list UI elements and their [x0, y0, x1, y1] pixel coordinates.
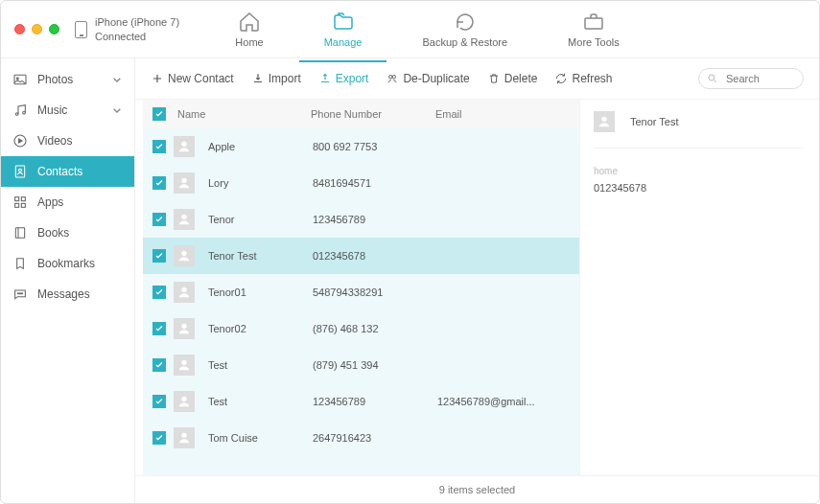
svg-point-19 — [181, 142, 186, 147]
photos-icon — [12, 72, 28, 87]
cell-name: Tom Cuise — [202, 432, 313, 444]
table-row[interactable]: Tenor01548794338291 — [143, 274, 579, 310]
table-row[interactable]: Test(879) 451 394 — [143, 347, 579, 383]
sidebar-item-music[interactable]: Music — [1, 95, 134, 126]
contacts-icon — [12, 164, 28, 179]
delete-button[interactable]: Delete — [487, 72, 538, 85]
svg-rect-11 — [21, 203, 25, 207]
svg-point-23 — [181, 287, 186, 292]
col-name[interactable]: Name — [172, 108, 311, 120]
avatar — [174, 391, 195, 412]
plus-icon — [151, 72, 164, 85]
row-checkbox[interactable] — [152, 249, 166, 263]
svg-rect-8 — [15, 197, 19, 201]
svg-point-13 — [17, 293, 18, 294]
svg-point-17 — [392, 76, 396, 80]
sidebar-item-videos[interactable]: Videos — [1, 126, 134, 156]
table-row[interactable]: Test123456789123456789@gmail... — [143, 383, 579, 420]
cell-phone: 123456789 — [313, 396, 437, 407]
svg-point-14 — [19, 293, 20, 294]
avatar — [594, 111, 615, 132]
row-checkbox[interactable] — [152, 213, 166, 226]
tab-home[interactable]: Home — [231, 5, 267, 54]
svg-point-22 — [181, 251, 186, 256]
trash-icon — [487, 72, 501, 85]
svg-point-20 — [181, 178, 186, 183]
select-all-checkbox[interactable] — [152, 107, 172, 121]
search-wrap — [698, 68, 804, 89]
cell-name: Tenor Test — [202, 250, 313, 262]
close-window-button[interactable] — [14, 24, 25, 34]
toolbox-icon — [581, 11, 606, 34]
sidebar-item-contacts[interactable]: Contacts — [1, 156, 134, 187]
device-status: Connected — [95, 30, 179, 43]
sidebar-item-photos[interactable]: Photos — [1, 64, 134, 95]
row-checkbox[interactable] — [152, 176, 166, 190]
search-icon — [707, 73, 718, 84]
sidebar: Photos Music Videos Contacts Apps — [1, 58, 135, 503]
cell-name: Apple — [202, 141, 313, 152]
dedup-icon — [386, 72, 399, 85]
tab-manage[interactable]: Manage — [320, 5, 366, 54]
table-row[interactable]: Lory8481694571 — [143, 165, 579, 201]
deduplicate-button[interactable]: De-Duplicate — [386, 72, 469, 85]
check-icon — [154, 109, 164, 119]
row-checkbox[interactable] — [152, 431, 166, 445]
minimize-window-button[interactable] — [32, 24, 42, 34]
svg-point-27 — [181, 433, 186, 438]
svg-point-24 — [181, 324, 186, 329]
svg-point-26 — [181, 397, 186, 401]
sidebar-item-bookmarks[interactable]: Bookmarks — [1, 248, 134, 279]
detail-phone: 012345678 — [594, 182, 804, 194]
cell-phone: 123456789 — [313, 214, 437, 225]
table-row[interactable]: Tenor Test012345678 — [143, 238, 579, 274]
avatar — [174, 282, 195, 303]
titlebar: iPhone (iPhone 7) Connected Home Manage … — [1, 1, 819, 58]
new-contact-button[interactable]: New Contact — [151, 72, 234, 85]
tab-more[interactable]: More Tools — [564, 5, 623, 54]
content: Name Phone Number Email Apple800 692 775… — [135, 100, 819, 475]
table-row[interactable]: Tenor123456789 — [143, 201, 579, 238]
sidebar-item-apps[interactable]: Apps — [1, 187, 134, 218]
row-checkbox[interactable] — [152, 358, 166, 372]
table-row[interactable]: Tenor02(876) 468 132 — [143, 310, 579, 347]
refresh-button[interactable]: Refresh — [554, 72, 612, 85]
import-button[interactable]: Import — [251, 72, 301, 85]
messages-icon — [12, 286, 28, 302]
export-button[interactable]: Export — [318, 72, 369, 85]
svg-point-7 — [19, 169, 22, 172]
table-row[interactable]: Apple800 692 7753 — [143, 128, 579, 165]
cell-name: Lory — [202, 177, 313, 189]
folder-icon — [331, 11, 356, 34]
cell-name: Test — [202, 396, 313, 407]
cell-phone: (876) 468 132 — [313, 323, 437, 334]
col-phone[interactable]: Phone Number — [311, 108, 435, 120]
music-icon — [12, 103, 28, 118]
detail-name: Tenor Test — [630, 116, 679, 127]
row-checkbox[interactable] — [152, 286, 166, 299]
row-checkbox[interactable] — [152, 322, 166, 335]
svg-rect-12 — [15, 228, 24, 239]
main-tabs: Home Manage Backup & Restore More Tools — [179, 5, 675, 54]
sidebar-item-books[interactable]: Books — [1, 218, 134, 248]
window-controls — [1, 24, 69, 34]
bookmark-icon — [12, 256, 28, 271]
svg-rect-9 — [21, 197, 25, 201]
status-bar: 9 items selected — [135, 475, 819, 503]
chevron-down-icon — [109, 103, 125, 118]
avatar — [174, 136, 195, 157]
col-email[interactable]: Email — [435, 108, 570, 120]
tab-backup[interactable]: Backup & Restore — [418, 5, 511, 54]
detail-section-label: home — [594, 166, 804, 176]
table-row[interactable]: Tom Cuise2647916423 — [143, 420, 579, 456]
cell-name: Tenor — [202, 214, 313, 225]
zoom-window-button[interactable] — [49, 24, 59, 34]
apps-icon — [12, 195, 28, 210]
svg-point-15 — [21, 293, 22, 294]
row-checkbox[interactable] — [152, 395, 166, 408]
avatar — [174, 355, 195, 376]
cell-name: Tenor01 — [202, 286, 313, 298]
row-checkbox[interactable] — [152, 140, 166, 153]
sidebar-item-messages[interactable]: Messages — [1, 279, 134, 309]
cell-name: Tenor02 — [202, 323, 313, 334]
